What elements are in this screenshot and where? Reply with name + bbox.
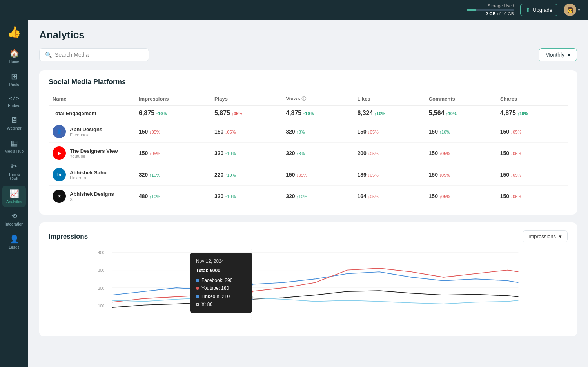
chart-tooltip: Nov 12, 2024 Total: 6000 Facebook: 290 Y… <box>190 253 252 313</box>
tooltip-date: Nov 12, 2024 <box>196 257 246 265</box>
storage-bar <box>467 9 514 11</box>
col-header-views: Views ⓘ <box>282 92 353 106</box>
upgrade-label: Upgrade <box>533 7 552 13</box>
sidebar-item-trim-craft[interactable]: ✂ Trim & Craft <box>2 158 26 184</box>
tooltip-row-youtube: Youtube: 180 <box>196 284 246 292</box>
sidebar-item-label-embed: Embed <box>8 103 20 108</box>
cell-plays-2: 220 ↑10% <box>211 164 282 186</box>
social-media-card: Social Media Platforms Name Impressions … <box>39 70 577 215</box>
home-icon: 🏠 <box>9 49 19 58</box>
col-header-impressions: Impressions <box>135 92 211 106</box>
sidebar-item-label-posts: Posts <box>9 83 19 87</box>
main-layout: 👍 🏠 Home ⊞ Posts </> Embed 🖥 Webinar ▦ M… <box>0 20 588 367</box>
youtube-line <box>112 268 518 302</box>
sidebar-item-media-hub[interactable]: ▦ Media Hub <box>2 135 26 157</box>
search-icon: 🔍 <box>45 52 52 58</box>
upgrade-icon: ⬆ <box>525 6 530 14</box>
cell-name-2: in Abhishek Sahu LinkedIn <box>49 164 135 186</box>
impressions-chevron-icon: ▾ <box>559 233 562 239</box>
avatar-wrap[interactable]: 👩 ▾ <box>564 4 580 16</box>
impressions-chart: 400 300 200 100 <box>49 249 568 327</box>
sidebar-item-analytics[interactable]: 📈 Analytics <box>2 186 26 207</box>
logo: 👍 <box>6 24 22 40</box>
integration-icon: ⟲ <box>11 212 17 221</box>
cell-likes-3: 164 ↓05% <box>353 186 425 207</box>
cell-plays-1: 320 ↑10% <box>211 143 282 164</box>
social-media-title: Social Media Platforms <box>49 78 568 86</box>
cell-shares-3: 150 ↓05% <box>496 186 568 207</box>
y-label-400: 400 <box>98 251 105 255</box>
cell-views-1: 320 ↑8% <box>282 143 353 164</box>
sidebar-item-posts[interactable]: ⊞ Posts <box>2 69 26 90</box>
impressions-dropdown-label: Impressions <box>528 233 556 239</box>
sidebar-item-integration[interactable]: ⟲ Integration <box>2 209 26 230</box>
sidebar-item-label-webinar: Webinar <box>7 126 21 130</box>
y-label-100: 100 <box>98 304 105 308</box>
analytics-icon: 📈 <box>9 189 19 198</box>
tooltip-dot-facebook <box>196 279 199 282</box>
views-info-icon[interactable]: ⓘ <box>301 96 306 101</box>
storage-label: Storage Used <box>488 4 514 8</box>
y-label-300: 300 <box>98 268 105 273</box>
sidebar-item-label-leads: Leads <box>9 245 19 249</box>
cell-likes-2: 189 ↓05% <box>353 164 425 186</box>
storage-info: Storage Used 2 GB of 10 GB <box>467 4 514 16</box>
monthly-label: Monthly <box>545 52 564 58</box>
sidebar-item-leads[interactable]: 👤 Leads <box>2 231 26 253</box>
upgrade-button[interactable]: ⬆ Upgrade <box>520 4 557 16</box>
analytics-table: Name Impressions Plays Views ⓘ Likes Com… <box>49 92 568 207</box>
cell-shares-1: 150 ↓05% <box>496 143 568 164</box>
storage-text: 2 GB of 10 GB <box>486 11 514 16</box>
chevron-down-icon: ▾ <box>578 7 580 13</box>
sidebar: 👍 🏠 Home ⊞ Posts </> Embed 🖥 Webinar ▦ M… <box>0 20 28 367</box>
search-input[interactable] <box>55 52 143 58</box>
leads-icon: 👤 <box>9 234 19 244</box>
cell-name-1: ▶ The Designers View Youtube <box>49 143 135 164</box>
posts-icon: ⊞ <box>11 72 18 81</box>
logo-icon: 👍 <box>7 25 21 38</box>
total-plays: 5,875 ↓05% <box>211 106 282 121</box>
chart-header: Impressions Impressions ▾ <box>49 230 568 242</box>
tooltip-row-x: X: 80 <box>196 300 246 308</box>
sidebar-item-label-analytics: Analytics <box>6 200 22 204</box>
monthly-dropdown[interactable]: Monthly ▾ <box>539 48 577 61</box>
sidebar-item-embed[interactable]: </> Embed <box>2 92 26 111</box>
sidebar-item-webinar[interactable]: 🖥 Webinar <box>2 112 26 134</box>
cell-imp-0: 150 ↓05% <box>135 121 211 143</box>
cell-shares-2: 150 ↓05% <box>496 164 568 186</box>
cell-imp-3: 480 ↑10% <box>135 186 211 207</box>
total-impressions: 6,875 ↑10% <box>135 106 211 121</box>
total-comments: 5,564 ↑10% <box>425 106 496 121</box>
linkedin-line <box>112 291 518 307</box>
tooltip-total: Total: 6000 <box>196 267 246 275</box>
cell-likes-0: 150 ↓05% <box>353 121 425 143</box>
topbar: Storage Used 2 GB of 10 GB ⬆ Upgrade 👩 ▾ <box>0 0 588 20</box>
media-hub-icon: ▦ <box>11 138 18 148</box>
table-row: in Abhishek Sahu LinkedIn 320 ↑10% 220 ↑… <box>49 164 568 186</box>
cell-plays-0: 150 ↓05% <box>211 121 282 143</box>
storage-fill <box>467 9 476 11</box>
tooltip-dot-linkedin <box>196 295 199 298</box>
cell-likes-1: 200 ↓05% <box>353 143 425 164</box>
cell-views-0: 320 ↑8% <box>282 121 353 143</box>
cell-name-0: 👤 Abhi Designs Facebook <box>49 121 135 143</box>
tooltip-row-linkedin: LinkedIn: 210 <box>196 293 246 300</box>
total-shares: 4,875 ↑10% <box>496 106 568 121</box>
impressions-dropdown[interactable]: Impressions ▾ <box>523 230 568 242</box>
cell-name-3: ✕ Abhishek Designs X <box>49 186 135 207</box>
cell-imp-1: 150 ↓05% <box>135 143 211 164</box>
sidebar-item-home[interactable]: 🏠 Home <box>2 45 26 67</box>
cell-comments-2: 150 ↓05% <box>425 164 496 186</box>
table-row-total: Total Engagement 6,875 ↑10% 5,875 ↓05% 4… <box>49 106 568 121</box>
cell-comments-1: 150 ↓05% <box>425 143 496 164</box>
monthly-chevron-icon: ▾ <box>568 52 570 58</box>
sidebar-item-label-trim: Trim & Craft <box>4 172 24 181</box>
chart-title: Impressions <box>49 233 88 240</box>
total-likes: 6,324 ↑10% <box>353 106 425 121</box>
avatar: 👩 <box>564 4 576 16</box>
sidebar-item-label-home: Home <box>9 60 20 64</box>
table-row: ✕ Abhishek Designs X 480 ↑10% 320 ↑10% 3… <box>49 186 568 207</box>
total-name: Total Engagement <box>49 106 135 121</box>
cell-imp-2: 320 ↑10% <box>135 164 211 186</box>
cell-views-2: 150 ↓05% <box>282 164 353 186</box>
